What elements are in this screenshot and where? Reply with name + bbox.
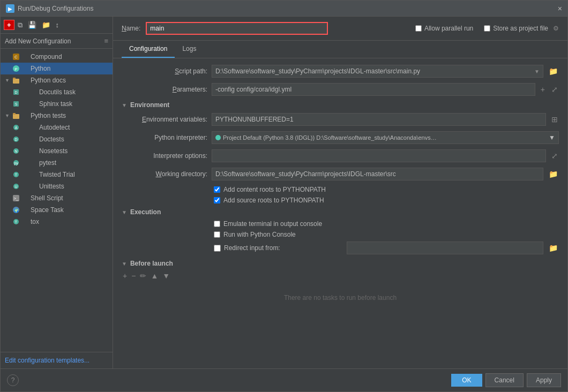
- name-input[interactable]: [146, 22, 328, 35]
- allow-parallel-checkbox[interactable]: [415, 25, 422, 32]
- tree-area: C Compound P Python ▼ Python d: [1, 49, 113, 352]
- tree-item-python-docs[interactable]: ▼ Python docs: [1, 74, 113, 86]
- shell-icon: >_: [12, 194, 20, 202]
- add-new-section: Add New Configuration ≡: [1, 34, 113, 49]
- bottom-right: OK Cancel Apply: [451, 373, 561, 387]
- twisted-label: Twisted Trial: [39, 171, 75, 178]
- left-toolbar: + ⧉ 💾 📁 ↕: [1, 17, 113, 34]
- add-source-roots-checkbox[interactable]: [214, 197, 220, 203]
- copy-config-button[interactable]: ⧉: [16, 20, 25, 29]
- before-launch-caret[interactable]: ▼: [122, 261, 127, 267]
- add-content-roots-checkbox[interactable]: [214, 186, 220, 193]
- python-interpreter-select[interactable]: Project Default (Python 3.8 (IDGL)) D:\S…: [212, 131, 559, 144]
- working-dir-browse-btn[interactable]: 📁: [548, 170, 559, 178]
- bottom-left: ?: [7, 374, 19, 386]
- working-dir-row: Working directory: 📁: [122, 168, 559, 180]
- before-launch-area: ▼ Before launch + − ✏ ▲ ▼ There are no t…: [122, 260, 559, 312]
- svg-rect-7: [13, 78, 16, 79]
- save-config-button[interactable]: 💾: [26, 20, 39, 29]
- svg-text:▶: ▶: [8, 6, 12, 12]
- pytest-label: pytest: [39, 159, 56, 167]
- svg-text:S: S: [15, 102, 18, 106]
- tree-item-doctests[interactable]: D Doctests: [1, 133, 113, 145]
- parameters-add-btn[interactable]: +: [540, 85, 546, 94]
- before-launch-edit-btn[interactable]: ✏: [139, 272, 147, 280]
- env-variables-browse-btn[interactable]: ⊞: [550, 115, 559, 124]
- svg-rect-6: [13, 79, 19, 84]
- compound-label: Compound: [31, 53, 62, 61]
- name-right: Allow parallel run Store as project file…: [415, 25, 559, 32]
- tree-item-sphinx[interactable]: S Sphinx task: [1, 98, 113, 110]
- left-panel: + ⧉ 💾 📁 ↕ Add New Configuration ≡ C Comp: [1, 17, 113, 368]
- interpreter-options-row: Interpreter options: ⤢: [122, 149, 559, 162]
- environment-caret[interactable]: ▼: [122, 102, 127, 108]
- help-button[interactable]: ?: [7, 374, 19, 386]
- before-launch-header: ▼ Before launch: [122, 260, 559, 267]
- tab-configuration[interactable]: Configuration: [122, 41, 175, 58]
- tree-item-autodetect[interactable]: A Autodetect: [1, 122, 113, 133]
- before-launch-add-btn[interactable]: +: [122, 272, 128, 280]
- script-path-input[interactable]: [212, 65, 531, 78]
- tree-item-python-tests[interactable]: ▼ Python tests: [1, 110, 113, 122]
- cancel-button[interactable]: Cancel: [485, 373, 524, 387]
- execution-caret[interactable]: ▼: [122, 209, 127, 215]
- edit-templates-link[interactable]: Edit configuration templates...: [1, 352, 113, 368]
- tree-item-space[interactable]: 🌍 Space Task: [1, 204, 113, 216]
- tree-item-compound[interactable]: C Compound: [1, 51, 113, 63]
- unittests-label: Unittests: [39, 183, 64, 190]
- working-dir-label: Working directory:: [122, 170, 207, 178]
- before-launch-down-btn[interactable]: ▼: [161, 272, 171, 280]
- run-python-console-checkbox[interactable]: [214, 231, 220, 238]
- interpreter-options-input[interactable]: [212, 149, 546, 162]
- before-launch-up-btn[interactable]: ▲: [150, 272, 159, 280]
- emulate-terminal-checkbox[interactable]: [214, 221, 220, 227]
- tree-item-shell[interactable]: >_ Shell Script: [1, 192, 113, 204]
- interpreter-options-expand-btn[interactable]: ⤢: [550, 152, 559, 160]
- redirect-input-row: Redirect input from: 📁: [122, 242, 559, 254]
- tab-logs[interactable]: Logs: [175, 41, 204, 58]
- svg-rect-12: [13, 114, 19, 119]
- svg-text:U: U: [14, 185, 17, 189]
- interp-value: Project Default (Python 3.8 (IDGL)) D:\S…: [223, 134, 437, 141]
- store-project-label[interactable]: Store as project file ⚙: [484, 25, 559, 32]
- env-variables-row: Environment variables: ⊞: [122, 113, 559, 126]
- tree-item-docutils[interactable]: D Docutils task: [1, 86, 113, 98]
- shell-label: Shell Script: [31, 194, 63, 202]
- caret-python-docs: ▼: [5, 78, 10, 83]
- script-path-dropdown-btn[interactable]: ▼: [531, 65, 543, 78]
- env-variables-input[interactable]: [212, 113, 546, 126]
- python-interpreter-label: Python interpreter:: [122, 134, 207, 141]
- redirect-input-browse-btn[interactable]: 📁: [548, 244, 559, 252]
- before-launch-remove-btn[interactable]: −: [130, 272, 137, 280]
- allow-parallel-label[interactable]: Allow parallel run: [415, 25, 473, 32]
- apply-button[interactable]: Apply: [527, 373, 561, 387]
- script-path-browse-btn[interactable]: 📁: [548, 67, 559, 76]
- working-dir-input[interactable]: [212, 168, 543, 180]
- tree-item-unittests[interactable]: U Unittests: [1, 180, 113, 192]
- add-config-button[interactable]: +: [4, 20, 14, 30]
- store-project-checkbox[interactable]: [484, 25, 490, 32]
- folder-config-button[interactable]: 📁: [40, 20, 53, 29]
- parameters-label: Parameters:: [122, 86, 207, 93]
- tree-item-python[interactable]: P Python: [1, 63, 113, 74]
- python-docs-label: Python docs: [31, 77, 66, 84]
- config-area: Script path: ▼ 📁 Parameters: + ⤢: [113, 58, 567, 368]
- parameters-input[interactable]: [212, 83, 535, 96]
- tree-item-nosetests[interactable]: N Nosetests: [1, 145, 113, 157]
- parameters-expand-btn[interactable]: ⤢: [550, 85, 559, 94]
- sort-config-button[interactable]: ↕: [54, 20, 62, 29]
- interp-dropdown-arrow: ▼: [549, 134, 555, 141]
- env-variables-label: Environment variables:: [122, 116, 207, 123]
- svg-text:py: py: [14, 161, 18, 165]
- ok-button[interactable]: OK: [451, 374, 482, 387]
- close-button[interactable]: ×: [558, 5, 562, 12]
- interp-text: Project Default (Python 3.8 (IDGL)) D:\S…: [215, 134, 437, 141]
- python-icon: P: [12, 65, 20, 72]
- tree-item-pytest[interactable]: py pytest: [1, 157, 113, 169]
- right-panel: Name: Allow parallel run Store as projec…: [113, 17, 567, 368]
- tree-item-tox[interactable]: T tox: [1, 216, 113, 228]
- redirect-input-field[interactable]: [347, 242, 543, 254]
- tree-item-twisted[interactable]: T Twisted Trial: [1, 169, 113, 180]
- redirect-input-checkbox[interactable]: [214, 245, 221, 252]
- script-path-label: Script path:: [122, 67, 207, 75]
